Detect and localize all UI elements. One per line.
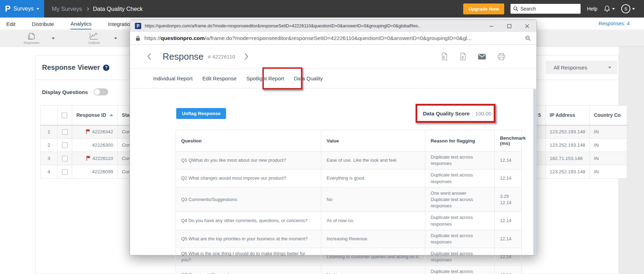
value-cell: Listening to customer queries and acting… (321, 248, 425, 266)
tab-distribute[interactable]: Distribute (32, 18, 54, 29)
analysis-icon (89, 32, 99, 40)
response-filter-dropdown[interactable]: All Responses (546, 61, 617, 74)
responses-icon (27, 32, 36, 40)
breadcrumb-my-surveys[interactable]: My Surveys (52, 6, 82, 12)
export-excel-icon[interactable] (459, 53, 466, 60)
chevron-down-icon (52, 38, 55, 39)
value-cell: Everything is good. (321, 169, 425, 187)
table-row: 123.252.193.148 IN (534, 165, 627, 179)
reason-cell: Duplicate text across responses (425, 266, 495, 274)
country-cell: IN (590, 139, 627, 152)
response-number: # 42226110 (208, 54, 235, 60)
tab-edit-response[interactable]: Edit Response (203, 75, 237, 81)
product-switcher[interactable]: P Surveys (0, 0, 44, 18)
next-response-button[interactable] (244, 53, 249, 60)
global-search[interactable] (511, 4, 581, 14)
unflag-response-button[interactable]: Unflag Response (176, 108, 226, 119)
row-number: 4 (41, 165, 57, 179)
zoom-out-icon[interactable] (525, 35, 531, 41)
top-navbar: P Surveys My Surveys Data Quality Check … (0, 0, 644, 18)
maximize-button[interactable] (507, 24, 512, 28)
display-questions-toggle[interactable] (94, 88, 108, 95)
report-tabs: Individual Report Edit Response Spotligh… (130, 68, 536, 88)
chevron-down-icon (632, 8, 635, 10)
question-cell: Q3 Comments/Suggestions: (176, 187, 321, 212)
bell-icon (604, 5, 610, 12)
search-input[interactable] (520, 6, 573, 12)
question-cell: Q6 What is the one thing I should do to … (176, 248, 321, 266)
row-checkbox[interactable] (62, 142, 68, 148)
select-all-checkbox[interactable] (62, 113, 67, 118)
question-header: Question (176, 130, 321, 152)
benchmark-cell: 12.14 (495, 230, 522, 248)
tab-edit[interactable]: Edit (6, 18, 15, 29)
scrollbar[interactable] (533, 89, 536, 255)
address-url: https://questionpro.com/a/frame.do?mode=… (144, 35, 509, 41)
table-row: Q7 Comments/Suggestions: Nothing. Duplic… (176, 266, 522, 274)
country-cell: IN (590, 152, 627, 165)
response-id-link[interactable]: 42226300 (72, 139, 118, 152)
sort-ascending-icon (110, 114, 113, 116)
breadcrumb-survey-name: Data Quality Check (93, 6, 143, 12)
responses-tool-label: Responses (23, 41, 39, 45)
data-quality-score-box: Data Quality Score : 100.00 (416, 104, 495, 123)
row-checkbox[interactable] (62, 156, 68, 161)
data-quality-panel: Unflag Response Data Quality Score : 100… (130, 88, 536, 268)
export-pdf-icon[interactable] (441, 53, 448, 60)
row-number: 3 (41, 152, 57, 165)
previous-response-button[interactable] (147, 53, 151, 60)
notifications-menu[interactable] (604, 5, 615, 12)
responses-count: Responses: 4 (598, 21, 630, 26)
reason-cell: Duplicate text across responses (425, 248, 495, 266)
response-id-link[interactable]: 42226110 (72, 152, 118, 165)
address-bar[interactable]: https://questionpro.com/a/frame.do?mode=… (130, 32, 536, 45)
tab-spotlight-report[interactable]: Spotlight Report (246, 75, 284, 81)
response-id-link[interactable]: 42226099 (72, 165, 118, 179)
table-row: Q5 What are the top priorities in your b… (176, 230, 522, 248)
account-menu[interactable]: S (621, 4, 635, 13)
search-icon (513, 6, 518, 11)
rownum-header (41, 106, 57, 125)
window-title: https://questionpro.com/a/frame.do?mode=… (145, 24, 486, 28)
question-cell: Q7 Comments/Suggestions: (176, 266, 321, 274)
ip-address-header[interactable]: IP Address (545, 106, 589, 125)
minimize-button[interactable] (489, 24, 494, 28)
response-header: Response # 42226110 (130, 45, 536, 68)
value-cell: No (321, 187, 425, 212)
window-titlebar[interactable]: P https://questionpro.com/a/frame.do?mod… (130, 20, 536, 32)
table-row: Q6 What is the one thing I should do to … (176, 248, 522, 266)
tab-analytics[interactable]: Analytics (70, 18, 91, 29)
data-quality-table: Question Value Reason for flagging Bench… (176, 130, 522, 274)
tab-individual-report[interactable]: Individual Report (153, 75, 193, 81)
analysis-tool-label: Analysis (88, 41, 100, 45)
help-link[interactable]: Help (587, 6, 597, 12)
responses-tool-dropdown[interactable]: Responses (18, 30, 55, 46)
analysis-tool-dropdown[interactable]: Analysis (80, 30, 117, 46)
chevron-down-icon (608, 67, 611, 68)
close-button[interactable] (525, 24, 529, 28)
response-id-header[interactable]: Response ID (72, 106, 118, 125)
row-checkbox[interactable] (62, 169, 68, 175)
score-value: 100.00 (475, 111, 492, 116)
tab-data-quality[interactable]: Data Quality (294, 75, 323, 81)
benchmark-cell: 12.14 (495, 212, 522, 230)
value-cell: As of now no. (321, 212, 425, 230)
row-number: 1 (41, 125, 57, 139)
page-title: Response Viewer (42, 64, 100, 72)
questionpro-favicon: P (135, 23, 141, 29)
row-checkbox[interactable] (62, 129, 68, 135)
table-header-row: Question Value Reason for flagging Bench… (176, 130, 522, 152)
help-question-icon[interactable] (103, 65, 109, 71)
country-code-header[interactable]: Country Co (590, 106, 627, 125)
chevron-down-icon (36, 8, 39, 10)
tab-integration[interactable]: Integration (108, 18, 133, 29)
response-id-link[interactable]: 42226342 (72, 125, 118, 139)
app-screen: P Surveys My Surveys Data Quality Check … (0, 0, 644, 274)
upgrade-now-button[interactable]: Upgrade Now (463, 4, 504, 14)
email-icon[interactable] (478, 54, 486, 60)
question-cell: Q1 QWhat do you like most about our new … (176, 152, 321, 169)
benchmark-cell: 12.14 (495, 266, 522, 274)
avatar: S (621, 4, 630, 13)
score-separator: : (472, 111, 473, 116)
print-icon[interactable] (498, 53, 505, 60)
